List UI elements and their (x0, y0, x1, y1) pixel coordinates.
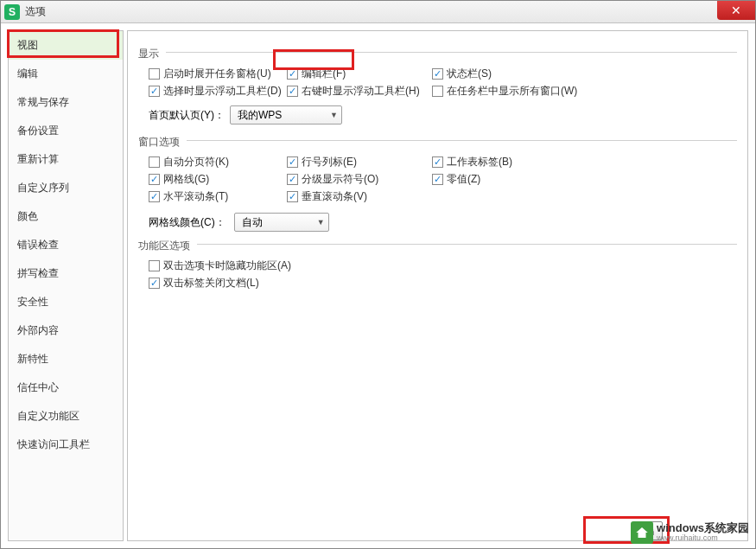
app-icon: S (4, 4, 20, 20)
auto-pagebreak-checkbox[interactable] (149, 156, 160, 168)
vscroll-checkbox[interactable] (287, 191, 298, 202)
gridlines-label[interactable]: 网格线(G) (163, 172, 209, 187)
close-button[interactable]: ✕ (717, 1, 755, 20)
float-right-checkbox[interactable] (287, 86, 298, 97)
edit-bar-checkbox[interactable] (287, 68, 298, 80)
watermark-text: windows系统家园 (657, 522, 749, 534)
sidebar-item-1[interactable]: 编辑 (9, 60, 123, 88)
outline-symbols-label[interactable]: 分级显示符号(O) (302, 172, 378, 187)
zero-values-checkbox[interactable] (432, 174, 443, 185)
section-window-label: 窗口选项 (138, 135, 180, 150)
watermark-logo-icon (631, 521, 653, 544)
chevron-down-icon: ▼ (330, 111, 338, 119)
first-page-value: 我的WPS (238, 108, 282, 123)
startup-taskpane-checkbox[interactable] (149, 68, 160, 80)
chevron-down-icon: ▼ (317, 218, 325, 227)
float-select-label[interactable]: 选择时显示浮动工具栏(D) (163, 84, 282, 99)
divider (197, 244, 737, 245)
dbl-hide-ribbon-label[interactable]: 双击选项卡时隐藏功能区(A) (163, 259, 291, 273)
sidebar-item-4[interactable]: 重新计算 (9, 145, 123, 174)
sidebar-item-9[interactable]: 安全性 (9, 288, 123, 316)
sidebar-item-6[interactable]: 颜色 (9, 202, 123, 231)
watermark: windows系统家园 www.ruihaitu.com (631, 521, 749, 544)
sidebar-item-11[interactable]: 新特性 (9, 345, 123, 373)
titlebar: S 选项 ✕ (1, 1, 755, 23)
sidebar-item-7[interactable]: 错误检查 (9, 231, 123, 259)
sidebar-item-3[interactable]: 备份设置 (9, 117, 123, 145)
dialog-body: 视图编辑常规与保存备份设置重新计算自定义序列颜色错误检查拼写检查安全性外部内容新… (1, 23, 755, 548)
sidebar-item-0[interactable]: 视图 (9, 31, 123, 60)
hscroll-checkbox[interactable] (149, 191, 160, 202)
sheet-tabs-label[interactable]: 工作表标签(B) (447, 155, 512, 169)
sidebar-item-10[interactable]: 外部内容 (9, 316, 123, 345)
outline-symbols-checkbox[interactable] (287, 174, 298, 185)
gridcolor-label: 网格线颜色(C)： (149, 215, 226, 230)
divider (187, 140, 737, 141)
gridlines-checkbox[interactable] (149, 174, 160, 185)
hscroll-label[interactable]: 水平滚动条(T) (163, 189, 228, 204)
float-select-checkbox[interactable] (149, 86, 160, 97)
zero-values-label[interactable]: 零值(Z) (447, 172, 480, 187)
gridcolor-dropdown[interactable]: 自动 ▼ (234, 213, 329, 232)
section-window-header: 窗口选项 (138, 131, 737, 150)
sheet-tabs-checkbox[interactable] (432, 156, 443, 168)
rowcol-header-label[interactable]: 行号列标(E) (302, 155, 357, 169)
watermark-url: www.ruihaitu.com (657, 534, 749, 543)
section-display-label: 显示 (138, 47, 159, 61)
sidebar-item-8[interactable]: 拼写检查 (9, 259, 123, 288)
gridcolor-value: 自动 (242, 215, 263, 230)
auto-pagebreak-label[interactable]: 自动分页符(K) (163, 155, 229, 169)
sidebar-item-2[interactable]: 常规与保存 (9, 88, 123, 117)
dbl-hide-ribbon-checkbox[interactable] (149, 260, 160, 271)
section-display-header: 显示 (138, 43, 737, 61)
sidebar-item-12[interactable]: 信任中心 (9, 373, 123, 402)
dbl-close-doc-label[interactable]: 双击标签关闭文档(L) (163, 276, 259, 290)
sidebar-item-14[interactable]: 快速访问工具栏 (9, 431, 123, 459)
edit-bar-label[interactable]: 编辑栏(F) (302, 67, 346, 81)
divider (166, 52, 737, 53)
dbl-close-doc-checkbox[interactable] (149, 278, 160, 289)
section-ribbon-header: 功能区选项 (138, 235, 737, 253)
vscroll-label[interactable]: 垂直滚动条(V) (302, 189, 367, 204)
sidebar: 视图编辑常规与保存备份设置重新计算自定义序列颜色错误检查拼写检查安全性外部内容新… (8, 30, 124, 541)
startup-taskpane-label[interactable]: 启动时展开任务窗格(U) (163, 67, 271, 81)
sidebar-item-5[interactable]: 自定义序列 (9, 174, 123, 202)
first-page-label: 首页默认页(Y)： (149, 108, 225, 123)
show-all-windows-label[interactable]: 在任务栏中显示所有窗口(W) (447, 84, 577, 99)
window-title: 选项 (25, 4, 46, 19)
status-bar-checkbox[interactable] (432, 68, 443, 80)
main-panel: 显示 启动时展开任务窗格(U) 编辑栏(F) 状态栏(S) 选择时显示浮动工具栏… (127, 30, 748, 541)
show-all-windows-checkbox[interactable] (432, 86, 443, 97)
section-ribbon-label: 功能区选项 (138, 239, 190, 253)
status-bar-label[interactable]: 状态栏(S) (447, 67, 492, 81)
float-right-label[interactable]: 右键时显示浮动工具栏(H) (302, 84, 420, 99)
rowcol-header-checkbox[interactable] (287, 156, 298, 168)
sidebar-item-13[interactable]: 自定义功能区 (9, 402, 123, 431)
first-page-dropdown[interactable]: 我的WPS ▼ (230, 105, 342, 124)
